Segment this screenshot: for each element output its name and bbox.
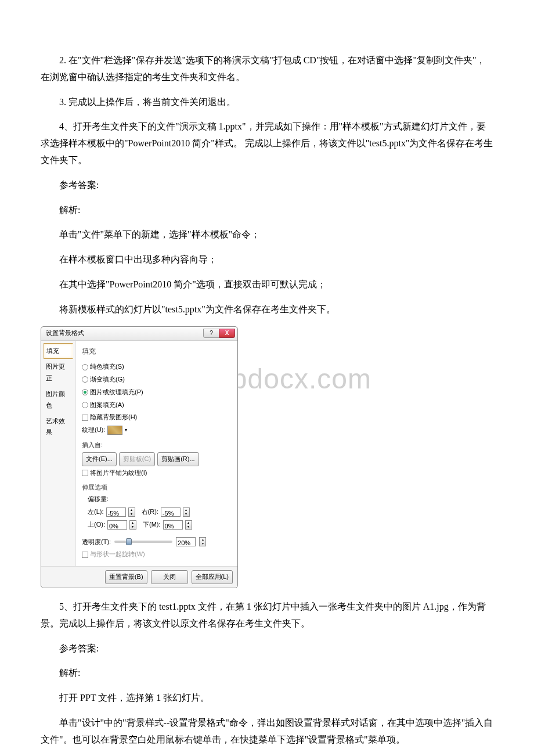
help-icon: ? xyxy=(210,328,213,339)
paragraph-step-a: 单击"文件"菜单下的新建，选择"样本模板"命令； xyxy=(41,226,493,243)
paragraph-step-c: 在其中选择"PowerPoint2010 简介"选项，直接双击即可默认完成； xyxy=(41,276,493,293)
radio-picture-fill[interactable]: 图片或纹理填充(P) xyxy=(82,387,143,398)
checkbox-tile[interactable]: 将图片平铺为纹理(I) xyxy=(82,467,147,479)
texture-label: 纹理(U): xyxy=(82,424,105,436)
texture-swatch[interactable] xyxy=(107,426,122,435)
clipart-button[interactable]: 剪贴画(R)... xyxy=(157,452,199,466)
clipboard-button[interactable]: 剪贴板(C) xyxy=(119,452,155,466)
offset-left-spinner[interactable]: ▴▾ xyxy=(128,507,135,517)
paragraph-step-d: 将新模板样式的幻灯片以"test5.pptx"为文件名保存在考生文件夹下。 xyxy=(41,301,493,318)
fill-panel: 填充 纯色填充(S) 渐变填充(G) 图片或纹理填充(P) 图案填充(A) 隐藏… xyxy=(76,341,237,567)
close-button[interactable]: 关闭 xyxy=(151,570,188,584)
close-icon: X xyxy=(225,328,229,339)
stretch-section-label: 伸展选项 xyxy=(82,482,232,494)
paragraph-step-open: 打开 PPT 文件，选择第 1 张幻灯片。 xyxy=(41,690,493,707)
paragraph-answer-label: 参考答案: xyxy=(41,177,493,194)
dialog-titlebar[interactable]: 设置背景格式 ? X xyxy=(41,327,237,341)
radio-pattern-fill[interactable]: 图案填充(A) xyxy=(82,399,124,411)
paragraph-step3: 3. 完成以上操作后，将当前文件关闭退出。 xyxy=(41,94,493,111)
transparency-slider[interactable] xyxy=(114,541,172,543)
sidebar-item-art-effect[interactable]: 艺术效果 xyxy=(44,414,73,441)
checkbox-hide-bg[interactable]: 隐藏背景图形(H) xyxy=(82,412,137,423)
paragraph-analysis-label: 解析: xyxy=(41,202,493,219)
paragraph-q5: 5、打开考生文件夹下的 test1.pptx 文件，在第 1 张幻灯片中插入一张… xyxy=(41,599,493,632)
sidebar-item-fill[interactable]: 填充 xyxy=(44,343,73,359)
background-format-dialog: 设置背景格式 ? X 填充 图片更正 图片颜色 艺术效果 填充 纯色填充(S) … xyxy=(41,326,238,588)
radio-gradient-fill[interactable]: 渐变填充(G) xyxy=(82,374,125,386)
dialog-sidebar: 填充 图片更正 图片颜色 艺术效果 xyxy=(41,341,76,567)
dialog-footer: 重置背景(B) 关闭 全部应用(L) xyxy=(41,566,237,588)
insert-from-label: 插入自: xyxy=(82,440,232,451)
transparency-spinner[interactable]: ▴▾ xyxy=(199,537,206,546)
apply-all-button[interactable]: 全部应用(L) xyxy=(192,570,233,584)
offset-bottom-input[interactable]: 0% xyxy=(163,520,183,530)
transparency-label: 透明度(T): xyxy=(82,537,111,548)
close-window-button[interactable]: X xyxy=(219,329,235,338)
dialog-title: 设置背景格式 xyxy=(46,327,84,339)
paragraph-step-b: 在样本模板窗口中出现多种内容向导； xyxy=(41,251,493,268)
offset-right-label: 右(R): xyxy=(142,506,158,518)
offset-top-input[interactable]: 0% xyxy=(107,520,127,530)
paragraph-q4: 4、打开考生文件夹下的文件"演示文稿 1.pptx"，并完成如下操作：用"样本模… xyxy=(41,118,493,168)
paragraph-step-design: 单击"设计"中的"背景样式--设置背景格式"命令，弹出如图设置背景样式对话窗，在… xyxy=(41,715,493,748)
offset-bottom-spinner[interactable]: ▴▾ xyxy=(185,520,192,530)
offset-top-spinner[interactable]: ▴▾ xyxy=(129,520,136,530)
offset-label: 偏移量: xyxy=(88,494,232,505)
reset-background-button[interactable]: 重置背景(B) xyxy=(105,570,147,584)
offset-bottom-label: 下(M): xyxy=(143,519,161,531)
sidebar-item-pic-color[interactable]: 图片颜色 xyxy=(44,387,73,413)
paragraph-answer-label-2: 参考答案: xyxy=(41,640,493,657)
paragraph-step2: 2. 在"文件"栏选择"保存并发送"选项下的将演示文稿"打包成 CD"按钮，在对… xyxy=(41,52,493,86)
radio-solid-fill[interactable]: 纯色填充(S) xyxy=(82,361,124,373)
paragraph-analysis-label-2: 解析: xyxy=(41,665,493,682)
fill-heading: 填充 xyxy=(82,345,232,358)
offset-right-spinner[interactable]: ▴▾ xyxy=(183,507,190,517)
help-button[interactable]: ? xyxy=(203,329,219,338)
checkbox-rotate[interactable]: 与形状一起旋转(W) xyxy=(82,549,145,560)
sidebar-item-pic-correct[interactable]: 图片更正 xyxy=(44,359,73,386)
offset-left-label: 左(L): xyxy=(88,506,104,518)
file-button[interactable]: 文件(E)... xyxy=(82,452,117,466)
transparency-input[interactable]: 20% xyxy=(176,537,196,546)
offset-right-input[interactable]: -5% xyxy=(161,507,181,517)
offset-left-input[interactable]: -5% xyxy=(106,507,126,517)
texture-dropdown-caret-icon[interactable]: ▾ xyxy=(125,426,127,434)
offset-top-label: 上(O): xyxy=(88,519,105,531)
